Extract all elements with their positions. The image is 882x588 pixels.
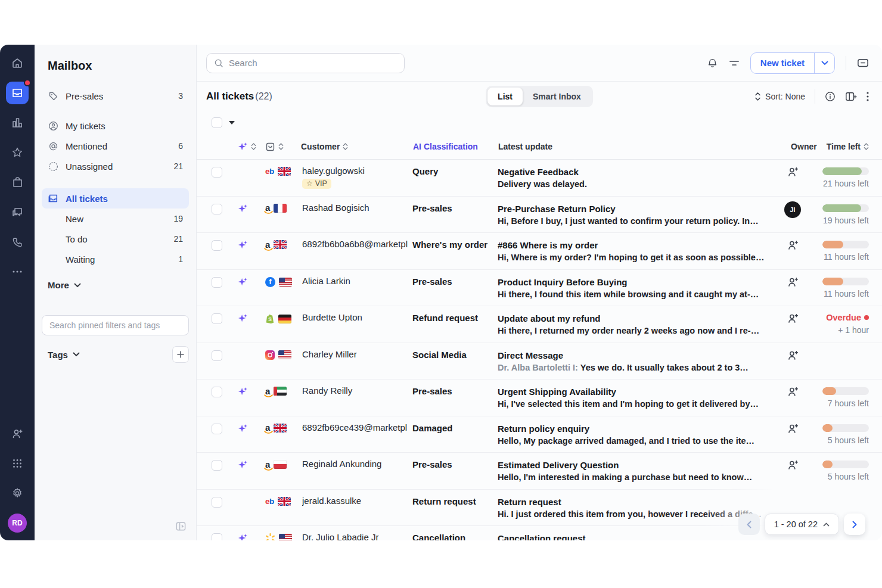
assign-owner-icon[interactable] (776, 312, 809, 325)
sort-control[interactable]: Sort: None (754, 92, 805, 101)
customer-name: Burdette Upton (302, 312, 412, 322)
channel-inbox-icon (265, 142, 275, 152)
collapse-sidebar-icon[interactable] (175, 521, 187, 534)
assign-owner-icon[interactable] (776, 166, 809, 178)
sidebar-item-all-tickets[interactable]: All tickets (42, 188, 189, 209)
sla-progress-bar (822, 241, 869, 248)
filter-icon[interactable] (729, 59, 740, 67)
assign-owner-icon[interactable] (776, 276, 809, 288)
caret-down-icon[interactable] (229, 121, 235, 125)
row-checkbox[interactable] (212, 204, 222, 214)
prev-page-button[interactable] (738, 514, 760, 535)
pinned-filters-search-input[interactable] (42, 315, 189, 335)
table-row[interactable]: S Burdette Upton Refund request Update a… (197, 306, 882, 343)
ai-classification: Pre-sales (412, 459, 498, 469)
sidebar-item-count: 1 (178, 254, 183, 264)
tab-list[interactable]: List (487, 88, 523, 105)
owner-cell[interactable]: JI (776, 203, 809, 218)
info-icon[interactable] (825, 91, 836, 102)
assign-owner-icon[interactable] (776, 496, 809, 508)
assign-owner-icon[interactable] (776, 239, 809, 251)
row-checkbox[interactable] (212, 460, 222, 471)
phone-icon[interactable] (0, 227, 35, 257)
settings-gear-icon[interactable] (0, 478, 35, 508)
notification-dot (24, 79, 31, 86)
sort-carets-icon (343, 142, 348, 151)
table-row[interactable]: a Rashad Bogisich Pre-sales Pre-Purchase… (197, 197, 882, 234)
apps-grid-icon[interactable] (0, 449, 35, 478)
owner-avatar[interactable]: JI (784, 201, 801, 218)
time-left-label: 19 hours left (809, 216, 869, 225)
next-page-button[interactable] (844, 514, 865, 535)
search-input[interactable] (229, 58, 397, 68)
reports-icon[interactable] (0, 108, 35, 138)
sidebar-item-waiting[interactable]: Waiting 1 (42, 249, 189, 269)
new-ticket-dropdown[interactable] (814, 53, 834, 73)
row-checkbox[interactable] (212, 313, 222, 324)
assign-owner-icon[interactable] (776, 349, 809, 362)
ai-sparkle-icon (237, 240, 249, 250)
sidebar-more-toggle[interactable]: More (48, 280, 189, 290)
ai-classification-column[interactable]: AI Classification (413, 142, 498, 151)
page-range-button[interactable]: 1 - 20 of 22 (765, 514, 839, 535)
sidebar-item-to-do[interactable]: To do 21 (42, 229, 189, 249)
sidebar-item-new[interactable]: New 19 (42, 209, 189, 229)
bell-icon[interactable] (707, 57, 718, 69)
sidebar-item-pre-sales[interactable]: Pre-sales 3 (42, 86, 189, 106)
row-checkbox[interactable] (212, 387, 222, 397)
row-checkbox[interactable] (212, 350, 222, 361)
home-icon[interactable] (0, 48, 35, 78)
table-row[interactable]: a Randy Reilly Pre-sales Urgent Shipping… (197, 379, 882, 416)
sidebar-item-mentioned[interactable]: Mentioned 6 (42, 136, 189, 156)
sidebar-item-label: To do (66, 234, 88, 244)
assign-owner-icon[interactable] (776, 385, 809, 398)
time-left-column[interactable]: Time left (827, 142, 869, 151)
customer-column[interactable]: Customer (301, 142, 413, 151)
orders-bag-icon[interactable] (0, 167, 35, 197)
row-checkbox[interactable] (212, 497, 222, 508)
sidebar-item-count: 3 (178, 91, 183, 101)
assign-owner-icon[interactable] (776, 422, 809, 435)
ai-classification: Where's my order (412, 239, 498, 250)
more-rail-icon[interactable] (0, 257, 35, 287)
mailbox-nav-active[interactable] (0, 78, 35, 108)
tab-smart-inbox[interactable]: Smart Inbox (523, 88, 591, 105)
sidebar-item-count: 19 (173, 214, 183, 223)
table-row[interactable]: a 6892fb69ce439@marketpl Damaged Return … (197, 416, 882, 453)
sidebar-item-unassigned[interactable]: Unassigned 21 (42, 156, 189, 176)
kebab-menu-icon[interactable] (867, 92, 869, 101)
messenger-icon[interactable] (857, 58, 869, 69)
channel-icon: S (265, 313, 275, 324)
columns-icon[interactable] (845, 91, 857, 102)
table-row[interactable]: a 6892fb6b0a6b8@marketpl Where's my orde… (197, 233, 882, 270)
new-ticket-label[interactable]: New ticket (751, 53, 814, 73)
add-user-icon[interactable] (0, 419, 35, 449)
table-row[interactable]: a Reginald Ankunding Pre-sales Estimated… (197, 453, 882, 490)
table-row[interactable]: f Alicia Larkin Pre-sales Product Inquir… (197, 270, 882, 307)
ai-classification: Return request (412, 496, 498, 506)
add-tag-button[interactable] (172, 346, 189, 363)
chevron-down-icon[interactable] (73, 352, 80, 357)
assign-owner-icon[interactable] (776, 459, 809, 471)
table-row[interactable]: Charley Miller Social Media Direct Messa… (197, 343, 882, 380)
user-avatar[interactable]: RD (0, 508, 35, 538)
channel-column[interactable] (265, 142, 284, 152)
ticket-subject: Product Inquiry Before Buying (498, 276, 770, 288)
table-row[interactable]: eb haley.gulgowski ☆VIP Query Negative F… (197, 160, 882, 197)
row-checkbox[interactable] (212, 533, 222, 540)
select-all-checkbox[interactable] (212, 117, 222, 128)
row-checkbox[interactable] (212, 424, 222, 434)
ticket-subject: Return policy enquiry (498, 422, 770, 435)
sidebar-item-my-tickets[interactable]: My tickets (42, 116, 189, 136)
row-checkbox[interactable] (212, 277, 222, 288)
row-checkbox[interactable] (212, 167, 222, 178)
sidebar-item-label: All tickets (66, 194, 108, 204)
channel-icon: eb (265, 497, 274, 506)
favorites-star-icon[interactable] (0, 138, 35, 167)
search-input-wrap[interactable] (206, 53, 405, 73)
new-ticket-button[interactable]: New ticket (750, 52, 835, 74)
chats-icon[interactable] (0, 197, 35, 227)
row-checkbox[interactable] (212, 240, 222, 251)
ai-sparkle-column[interactable] (238, 142, 256, 152)
mailbox-icon[interactable] (6, 82, 29, 104)
